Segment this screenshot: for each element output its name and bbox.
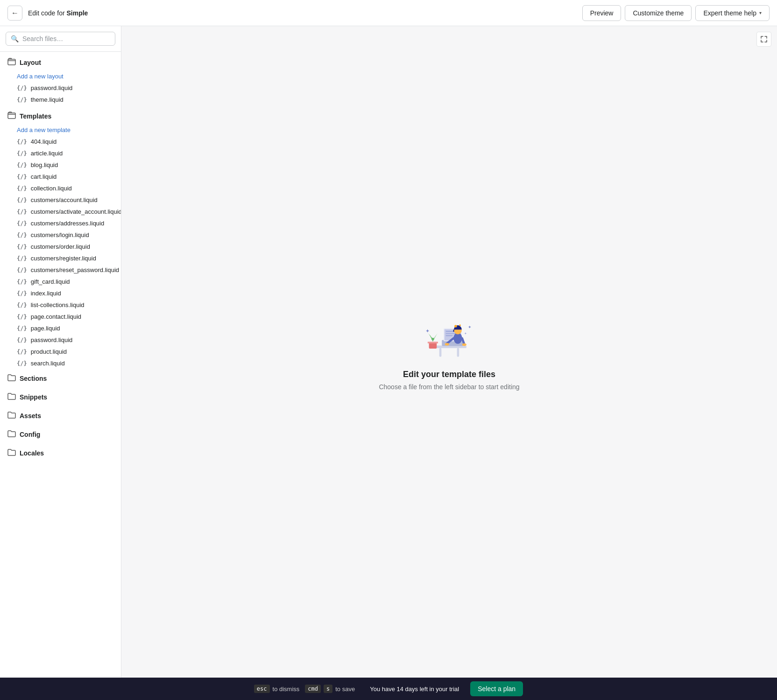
file-name: customers/order.liquid [31, 243, 90, 250]
list-item[interactable]: {/}index.liquid [0, 287, 121, 299]
liquid-file-icon: {/} [17, 185, 27, 192]
liquid-file-icon: {/} [17, 197, 27, 203]
svg-point-19 [431, 337, 434, 340]
folder-icon [7, 430, 16, 439]
expert-theme-help-button[interactable]: Expert theme help ▾ [695, 5, 770, 21]
liquid-file-icon: {/} [17, 302, 27, 308]
list-item[interactable]: {/}customers/reset_password.liquid [0, 264, 121, 276]
list-item[interactable]: {/}customers/account.liquid [0, 194, 121, 206]
sidebar-item-assets[interactable]: Assets [0, 406, 121, 425]
illustration: ✦ ✦ ✦ [421, 314, 477, 360]
folder-icon [7, 411, 16, 420]
file-name: page.contact.liquid [31, 313, 81, 320]
folder-icon [7, 448, 16, 458]
expand-button[interactable] [756, 32, 771, 47]
list-item[interactable]: {/}customers/activate_account.liquid [0, 206, 121, 217]
app-layout: 🔍 Layout Add a new layout {/} password.l… [0, 26, 777, 678]
list-item[interactable]: {/}list-collections.liquid [0, 299, 121, 311]
file-name: password.liquid [31, 84, 73, 91]
list-item[interactable]: {/}404.liquid [0, 136, 121, 147]
list-item[interactable]: {/}page.liquid [0, 322, 121, 334]
liquid-file-icon: {/} [17, 150, 27, 157]
file-name: page.liquid [31, 325, 60, 332]
preview-button[interactable]: Preview [582, 5, 622, 21]
trial-text: You have 14 days left in your trial [370, 686, 459, 693]
select-plan-button[interactable]: Select a plan [470, 681, 523, 696]
svg-rect-3 [439, 348, 442, 357]
list-item[interactable]: {/} theme.liquid [0, 94, 121, 105]
layout-section-label: Layout [20, 59, 41, 66]
svg-point-16 [462, 343, 466, 346]
liquid-file-icon: {/} [17, 325, 27, 332]
liquid-file-icon: {/} [17, 255, 27, 262]
svg-point-14 [459, 324, 461, 326]
folder-icon [7, 374, 16, 383]
save-label: to save [335, 686, 355, 693]
templates-section-header[interactable]: Templates [0, 105, 121, 124]
layout-folder-icon [7, 57, 16, 68]
header: ← Edit code for Simple Preview Customize… [0, 0, 777, 26]
file-name: gift_card.liquid [31, 278, 70, 285]
sidebar-item-sections[interactable]: Sections [0, 369, 121, 388]
liquid-file-icon: {/} [17, 174, 27, 180]
templates-section-label: Templates [20, 112, 51, 120]
list-item[interactable]: {/}gift_card.liquid [0, 276, 121, 287]
sidebar-item-locales[interactable]: Locales [0, 444, 121, 462]
liquid-file-icon: {/} [17, 279, 27, 285]
svg-rect-8 [446, 331, 454, 332]
liquid-file-icon: {/} [17, 267, 27, 273]
file-name: password.liquid [31, 336, 73, 343]
assets-label: Assets [20, 412, 41, 420]
layout-section-header[interactable]: Layout [0, 52, 121, 70]
list-item[interactable]: {/}search.liquid [0, 357, 121, 369]
file-name: cart.liquid [31, 173, 57, 180]
file-name: blog.liquid [31, 161, 58, 168]
list-item[interactable]: {/}page.contact.liquid [0, 311, 121, 322]
list-item[interactable]: {/}password.liquid [0, 334, 121, 346]
add-template-link[interactable]: Add a new template [0, 124, 121, 136]
liquid-file-icon: {/} [17, 244, 27, 250]
svg-rect-18 [428, 342, 438, 343]
search-box: 🔍 [6, 32, 115, 46]
add-layout-link[interactable]: Add a new layout [0, 70, 121, 82]
list-item[interactable]: {/}cart.liquid [0, 171, 121, 182]
sections-label: Sections [20, 375, 47, 382]
liquid-file-icon: {/} [17, 290, 27, 297]
expand-icon [760, 35, 768, 43]
customize-theme-button[interactable]: Customize theme [625, 5, 692, 21]
liquid-file-icon: {/} [17, 220, 27, 227]
sidebar-item-snippets[interactable]: Snippets [0, 388, 121, 406]
list-item[interactable]: {/}blog.liquid [0, 159, 121, 171]
file-name: customers/addresses.liquid [31, 220, 105, 227]
chevron-down-icon: ▾ [759, 10, 762, 15]
cmd-key: cmd [305, 685, 321, 693]
list-item[interactable]: {/}collection.liquid [0, 182, 121, 194]
list-item[interactable]: {/} password.liquid [0, 82, 121, 94]
list-item[interactable]: {/}product.liquid [0, 346, 121, 357]
save-shortcut: cmd s to save [305, 685, 355, 693]
file-name: 404.liquid [31, 138, 57, 145]
list-item[interactable]: {/}article.liquid [0, 147, 121, 159]
back-button[interactable]: ← [7, 6, 22, 21]
liquid-file-icon: {/} [17, 349, 27, 355]
empty-state-title: Edit your template files [403, 370, 495, 379]
file-name: collection.liquid [31, 185, 72, 192]
list-item[interactable]: {/}customers/register.liquid [0, 252, 121, 264]
search-input[interactable] [22, 35, 110, 42]
liquid-file-icon: {/} [17, 360, 27, 367]
list-item[interactable]: {/}customers/addresses.liquid [0, 217, 121, 229]
svg-rect-0 [8, 59, 15, 65]
esc-key: esc [254, 685, 270, 693]
sidebar-item-config[interactable]: Config [0, 425, 121, 444]
svg-point-13 [454, 325, 457, 328]
svg-text:✦: ✦ [468, 324, 472, 329]
search-icon: 🔍 [11, 35, 19, 42]
empty-state: ✦ ✦ ✦ Edit your template files Choose a … [121, 26, 777, 678]
list-item[interactable]: {/}customers/order.liquid [0, 241, 121, 252]
file-name: index.liquid [31, 290, 61, 297]
list-item[interactable]: {/}customers/login.liquid [0, 229, 121, 241]
header-left: ← Edit code for Simple [7, 6, 88, 21]
main-content: ✦ ✦ ✦ Edit your template files Choose a … [121, 26, 777, 678]
liquid-file-icon: {/} [17, 162, 27, 168]
file-name: customers/login.liquid [31, 231, 89, 238]
